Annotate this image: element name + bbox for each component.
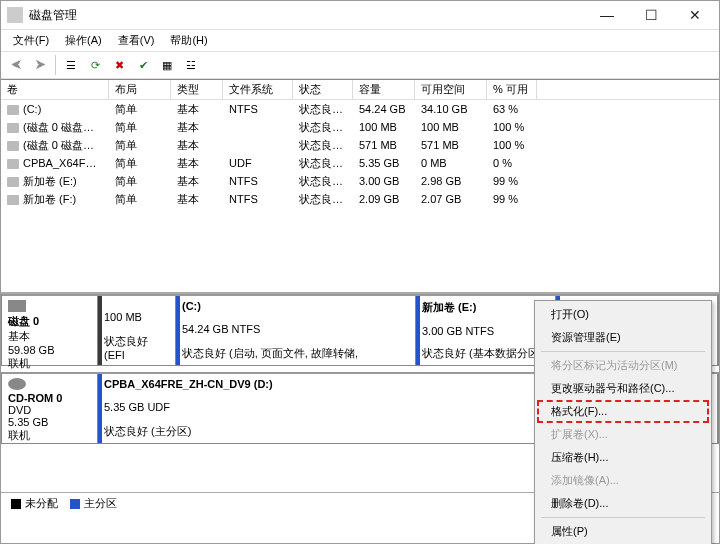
ctx-add-mirror: 添加镜像(A)... <box>537 469 709 492</box>
legend-unalloc: 未分配 <box>25 496 58 511</box>
menu-file[interactable]: 文件(F) <box>5 31 57 50</box>
col-pct[interactable]: % 可用 <box>487 80 537 99</box>
table-row[interactable]: (磁盘 0 磁盘分区 1)简单基本状态良好 (...100 MB100 MB10… <box>1 118 719 136</box>
properties-icon[interactable]: ▦ <box>156 54 178 76</box>
maximize-button[interactable]: ☐ <box>629 1 673 29</box>
ctx-shrink[interactable]: 压缩卷(H)... <box>537 446 709 469</box>
forward-icon: ⮞ <box>29 54 51 76</box>
table-row[interactable]: CPBA_X64FRE_Z...简单基本UDF状态良好 (...5.35 GB0… <box>1 154 719 172</box>
col-type[interactable]: 类型 <box>171 80 223 99</box>
ctx-extend: 扩展卷(X)... <box>537 423 709 446</box>
menu-action[interactable]: 操作(A) <box>57 31 110 50</box>
minimize-button[interactable]: — <box>585 1 629 29</box>
table-row[interactable]: (磁盘 0 磁盘分区 5)简单基本状态良好 (...571 MB571 MB10… <box>1 136 719 154</box>
menu-help[interactable]: 帮助(H) <box>162 31 215 50</box>
ctx-properties[interactable]: 属性(P) <box>537 520 709 543</box>
ctx-change-letter[interactable]: 更改驱动器号和路径(C)... <box>537 377 709 400</box>
col-volume[interactable]: 卷 <box>1 80 109 99</box>
ctx-format[interactable]: 格式化(F)... <box>537 400 709 423</box>
cdrom-info[interactable]: CD-ROM 0 DVD 5.35 GB 联机 <box>2 374 98 443</box>
legend-primary-swatch <box>70 499 80 509</box>
cdrom-icon <box>8 378 26 390</box>
menu-view[interactable]: 查看(V) <box>110 31 163 50</box>
col-free[interactable]: 可用空间 <box>415 80 487 99</box>
ctx-explorer[interactable]: 资源管理器(E) <box>537 326 709 349</box>
table-row[interactable]: 新加卷 (F:)简单基本NTFS状态良好 (...2.09 GB2.07 GB9… <box>1 190 719 208</box>
window-title: 磁盘管理 <box>29 7 585 24</box>
ctx-open[interactable]: 打开(O) <box>537 303 709 326</box>
context-menu: 打开(O) 资源管理器(E) 将分区标记为活动分区(M) 更改驱动器号和路径(C… <box>534 300 712 544</box>
legend-unalloc-swatch <box>11 499 21 509</box>
ctx-mark-active: 将分区标记为活动分区(M) <box>537 354 709 377</box>
col-layout[interactable]: 布局 <box>109 80 171 99</box>
disk-0-info[interactable]: 磁盘 0 基本 59.98 GB 联机 <box>2 296 98 365</box>
partition-efi[interactable]: 100 MB 状态良好 (EFI <box>98 296 176 365</box>
col-capacity[interactable]: 容量 <box>353 80 415 99</box>
app-icon <box>7 7 23 23</box>
check-icon[interactable]: ✔ <box>132 54 154 76</box>
close-button[interactable]: ✕ <box>673 1 717 29</box>
refresh-icon[interactable]: ⟳ <box>84 54 106 76</box>
disk-icon <box>8 300 26 312</box>
toolbar-button-1[interactable]: ☰ <box>60 54 82 76</box>
col-fs[interactable]: 文件系统 <box>223 80 293 99</box>
delete-icon[interactable]: ✖ <box>108 54 130 76</box>
back-icon: ⮜ <box>5 54 27 76</box>
table-row[interactable]: (C:)简单基本NTFS状态良好 (...54.24 GB34.10 GB63 … <box>1 100 719 118</box>
col-status[interactable]: 状态 <box>293 80 353 99</box>
table-row[interactable]: 新加卷 (E:)简单基本NTFS状态良好 (...3.00 GB2.98 GB9… <box>1 172 719 190</box>
toolbar-button-2[interactable]: ☳ <box>180 54 202 76</box>
partition-c[interactable]: (C:) 54.24 GB NTFS 状态良好 (启动, 页面文件, 故障转储, <box>176 296 416 365</box>
ctx-delete[interactable]: 删除卷(D)... <box>537 492 709 515</box>
legend-primary: 主分区 <box>84 496 117 511</box>
